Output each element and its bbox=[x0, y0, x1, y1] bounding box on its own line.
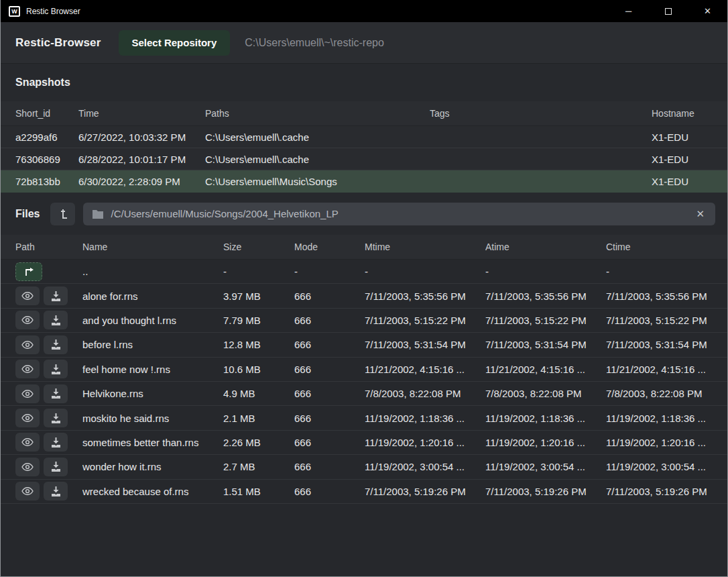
preview-file-button[interactable] bbox=[15, 433, 40, 452]
file-row: feel home now !.rns 10.6 MB 666 11/21/20… bbox=[1, 358, 727, 382]
download-file-button[interactable] bbox=[44, 482, 68, 501]
files-table-header: Path Name Size Mode Mtime Atime Ctime bbox=[1, 235, 727, 260]
file-size: 7.79 MB bbox=[223, 315, 294, 326]
eye-icon bbox=[21, 463, 34, 471]
file-row: and you thought l.rns 7.79 MB 666 7/11/2… bbox=[1, 309, 727, 333]
files-path-bar[interactable]: /C/Users/emuell/Music/Songs/2004_Helveti… bbox=[83, 203, 715, 225]
snapshot-row-selected[interactable]: 72b813bb 6/30/2022, 2:28:09 PM C:\Users\… bbox=[1, 170, 727, 193]
download-file-button[interactable] bbox=[44, 433, 68, 452]
file-name: wrecked because of.rns bbox=[82, 486, 223, 497]
download-file-button[interactable] bbox=[44, 360, 68, 378]
eye-icon bbox=[21, 487, 34, 495]
column-short-id: Short_id bbox=[15, 108, 78, 119]
files-section-header: Files /C/Users/emuell/Music/Songs/2004_H… bbox=[1, 193, 727, 235]
file-name: wonder how it.rns bbox=[82, 461, 223, 472]
go-to-parent-button[interactable] bbox=[15, 262, 42, 281]
download-icon bbox=[51, 462, 61, 472]
file-size: 2.7 MB bbox=[223, 461, 294, 472]
eye-icon bbox=[21, 438, 34, 446]
files-table-body: alone for.rns 3.97 MB 666 7/11/2003, 5:3… bbox=[1, 284, 727, 504]
close-icon: ✕ bbox=[704, 6, 711, 16]
file-row: sometimes better than.rns 2.26 MB 666 11… bbox=[1, 431, 727, 455]
download-icon bbox=[51, 291, 61, 301]
file-atime: 7/11/2003, 5:19:26 PM bbox=[485, 486, 606, 497]
repository-path[interactable]: C:\Users\emuell\~\restic-repo bbox=[245, 37, 384, 49]
snapshot-time: 6/30/2022, 2:28:09 PM bbox=[78, 176, 205, 187]
download-file-button[interactable] bbox=[44, 458, 68, 476]
file-ctime: 7/8/2003, 8:22:08 PM bbox=[606, 388, 713, 399]
file-atime: 11/19/2002, 1:20:16 ... bbox=[485, 437, 606, 448]
tree-view-icon bbox=[58, 208, 68, 220]
download-file-button[interactable] bbox=[44, 311, 68, 329]
download-icon bbox=[51, 364, 61, 374]
file-mtime: 7/8/2003, 8:22:08 PM bbox=[365, 388, 485, 399]
file-name: alone for.rns bbox=[82, 291, 223, 302]
preview-file-button[interactable] bbox=[15, 384, 40, 403]
download-icon bbox=[51, 339, 61, 350]
file-ctime: 7/11/2003, 5:15:22 PM bbox=[606, 315, 713, 326]
file-mode: 666 bbox=[294, 291, 365, 302]
tree-view-toggle-button[interactable] bbox=[50, 203, 75, 225]
snapshots-table-header: Short_id Time Paths Tags Hostname bbox=[1, 101, 727, 126]
download-file-button[interactable] bbox=[44, 384, 68, 403]
file-ctime: 11/21/2002, 4:15:16 ... bbox=[606, 364, 713, 375]
download-file-button[interactable] bbox=[44, 335, 68, 354]
file-mtime: 7/11/2003, 5:19:26 PM bbox=[365, 486, 485, 497]
snapshot-row[interactable]: a2299af6 6/27/2022, 10:03:32 PM C:\Users… bbox=[1, 126, 727, 148]
file-name: and you thought l.rns bbox=[82, 315, 223, 326]
file-mode: 666 bbox=[294, 339, 365, 350]
wails-logo-icon: W bbox=[9, 6, 20, 17]
window-title: Restic Browser bbox=[26, 7, 80, 16]
titlebar: W Restic Browser ─ ✕ bbox=[1, 0, 727, 22]
eye-icon bbox=[21, 390, 34, 398]
eye-icon bbox=[21, 316, 34, 324]
snapshot-hostname: X1-EDU bbox=[652, 176, 713, 187]
maximize-button[interactable] bbox=[648, 0, 688, 22]
preview-file-button[interactable] bbox=[15, 482, 40, 501]
file-size: 2.1 MB bbox=[223, 413, 294, 424]
empty-area bbox=[1, 504, 727, 576]
file-size: 1.51 MB bbox=[223, 486, 294, 497]
app-header: Restic-Browser Select Repository C:\User… bbox=[1, 22, 727, 64]
download-icon bbox=[51, 413, 61, 423]
file-mode: 666 bbox=[294, 388, 365, 399]
file-ctime: 7/11/2003, 5:35:56 PM bbox=[606, 291, 713, 302]
column-size: Size bbox=[223, 242, 294, 252]
app-title: Restic-Browser bbox=[15, 36, 101, 50]
file-mtime: 11/21/2002, 4:15:16 ... bbox=[365, 364, 485, 375]
preview-file-button[interactable] bbox=[15, 458, 40, 476]
maximize-icon bbox=[665, 8, 672, 15]
file-atime: 7/11/2003, 5:15:22 PM bbox=[485, 315, 606, 326]
clear-path-button[interactable]: ✕ bbox=[694, 208, 706, 220]
file-mtime: 7/11/2003, 5:15:22 PM bbox=[365, 315, 485, 326]
minimize-icon: ─ bbox=[625, 6, 631, 16]
file-ctime: 11/19/2002, 1:20:16 ... bbox=[606, 437, 713, 448]
preview-file-button[interactable] bbox=[15, 286, 40, 305]
download-file-button[interactable] bbox=[44, 286, 68, 305]
preview-file-button[interactable] bbox=[15, 335, 40, 354]
select-repository-button[interactable]: Select Repository bbox=[119, 30, 231, 56]
file-name: Helvikone.rns bbox=[82, 388, 223, 399]
minimize-button[interactable]: ─ bbox=[609, 0, 648, 22]
file-mode: - bbox=[294, 266, 365, 277]
file-row: moskito he said.rns 2.1 MB 666 11/19/200… bbox=[1, 406, 727, 430]
eye-icon bbox=[21, 365, 34, 373]
files-current-path: /C/Users/emuell/Music/Songs/2004_Helveti… bbox=[111, 208, 687, 219]
restic-browser-window: W Restic Browser ─ ✕ Restic-Browser Sele… bbox=[0, 0, 728, 577]
file-name: feel home now !.rns bbox=[82, 364, 223, 375]
file-atime: - bbox=[485, 266, 606, 277]
file-size: 3.97 MB bbox=[223, 291, 294, 302]
eye-icon bbox=[21, 414, 34, 422]
download-file-button[interactable] bbox=[44, 409, 68, 427]
file-row: alone for.rns 3.97 MB 666 7/11/2003, 5:3… bbox=[1, 284, 727, 308]
file-mtime: 11/19/2002, 1:20:16 ... bbox=[365, 437, 485, 448]
file-ctime: - bbox=[606, 266, 713, 277]
snapshot-row[interactable]: 76306869 6/28/2022, 10:01:17 PM C:\Users… bbox=[1, 148, 727, 170]
preview-file-button[interactable] bbox=[15, 409, 40, 427]
file-size: 2.26 MB bbox=[223, 437, 294, 448]
preview-file-button[interactable] bbox=[15, 311, 40, 329]
file-atime: 11/19/2002, 3:00:54 ... bbox=[485, 461, 606, 472]
close-button[interactable]: ✕ bbox=[688, 0, 727, 22]
preview-file-button[interactable] bbox=[15, 360, 40, 378]
snapshot-time: 6/28/2022, 10:01:17 PM bbox=[78, 154, 205, 165]
